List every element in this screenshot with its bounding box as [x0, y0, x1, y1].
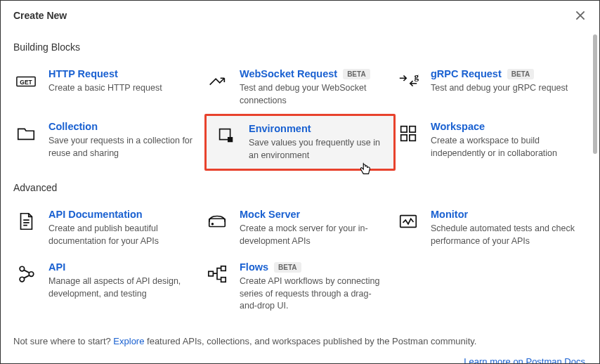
svg-rect-11 — [400, 216, 417, 228]
environment-icon — [214, 123, 239, 148]
section-advanced-title: Advanced — [13, 182, 587, 193]
svg-rect-7 — [401, 135, 407, 141]
building-blocks-grid: GET HTTP Request Create a basic HTTP req… — [13, 61, 587, 171]
footer-suffix: featured APIs, collections, and workspac… — [144, 336, 476, 346]
section-building-blocks-title: Building Blocks — [13, 41, 587, 53]
card-body: Workspace Create a workspace to build in… — [431, 121, 578, 164]
grid-icon — [396, 121, 421, 146]
card-api[interactable]: API Manage all aspects of API design, de… — [13, 254, 204, 320]
card-title: Flows — [240, 261, 268, 273]
card-grpc-request[interactable]: g gRPC Request BETA Test and debug your … — [396, 61, 587, 114]
card-desc: Schedule automated tests and check perfo… — [431, 223, 578, 247]
scrollbar-thumb[interactable] — [593, 34, 597, 154]
card-body: Flows BETA Create API workflows by conne… — [240, 261, 387, 313]
beta-badge: BETA — [507, 69, 534, 79]
card-mock-server[interactable]: Mock Server Create a mock server for you… — [204, 202, 396, 254]
card-collection[interactable]: Collection Save your requests in a colle… — [13, 114, 204, 171]
svg-point-13 — [20, 277, 25, 282]
svg-rect-5 — [401, 126, 407, 132]
card-body: API Documentation Create and publish bea… — [48, 209, 196, 247]
card-desc: Create API workflows by connecting serie… — [240, 275, 387, 313]
card-title: gRPC Request — [431, 68, 502, 79]
advanced-grid: API Documentation Create and publish bea… — [13, 202, 587, 320]
svg-point-14 — [29, 272, 34, 277]
card-body: Environment Save values you frequently u… — [249, 123, 385, 162]
card-title: Collection — [48, 121, 98, 132]
card-title: HTTP Request — [48, 68, 118, 79]
explore-link[interactable]: Explore — [113, 336, 144, 346]
card-desc: Create and publish beautiful documentati… — [48, 223, 196, 247]
svg-point-12 — [20, 266, 25, 271]
card-workspace[interactable]: Workspace Create a workspace to build in… — [396, 114, 587, 171]
card-desc: Create a basic HTTP request — [48, 82, 196, 95]
svg-rect-8 — [410, 135, 415, 141]
card-environment[interactable]: Environment Save values you frequently u… — [204, 114, 396, 171]
card-body: gRPC Request BETA Test and debug your gR… — [431, 68, 578, 107]
card-title: API Documentation — [48, 209, 143, 220]
server-icon — [204, 209, 230, 234]
card-body: WebSocket Request BETA Test and debug yo… — [240, 68, 387, 107]
svg-text:GET: GET — [20, 79, 32, 86]
footer-docs: Learn more on Postman Docs — [1, 353, 599, 364]
svg-rect-16 — [221, 266, 226, 271]
card-desc: Create a workspace to build independentl… — [431, 135, 578, 160]
api-icon — [13, 261, 39, 287]
card-monitor[interactable]: Monitor Schedule automated tests and che… — [396, 202, 587, 254]
document-icon — [13, 209, 39, 234]
svg-rect-17 — [221, 278, 226, 282]
card-websocket-request[interactable]: WebSocket Request BETA Test and debug yo… — [204, 61, 396, 114]
card-title: Environment — [249, 123, 311, 134]
card-body: API Manage all aspects of API design, de… — [48, 261, 196, 313]
card-desc: Save your requests in a collection for r… — [48, 135, 196, 160]
svg-rect-4 — [228, 138, 233, 142]
card-http-request[interactable]: GET HTTP Request Create a basic HTTP req… — [13, 61, 204, 114]
modal-title: Create New — [13, 10, 67, 21]
close-icon[interactable] — [574, 9, 587, 22]
beta-badge: BETA — [274, 262, 301, 273]
card-body: Monitor Schedule automated tests and che… — [431, 209, 578, 247]
card-flows[interactable]: Flows BETA Create API workflows by conne… — [204, 254, 396, 320]
footer-hint: Not sure where to start? Explore feature… — [1, 332, 599, 353]
card-title: Workspace — [431, 121, 485, 132]
monitor-icon — [396, 209, 421, 234]
card-body: Mock Server Create a mock server for you… — [240, 209, 387, 247]
svg-text:g: g — [414, 71, 419, 82]
card-desc: Create a mock server for your in-develop… — [240, 223, 387, 247]
card-desc: Test and debug your WebSocket connection… — [240, 82, 387, 107]
footer-prefix: Not sure where to start? — [13, 336, 113, 346]
docs-link[interactable]: Learn more on Postman Docs — [464, 356, 585, 364]
card-desc: Manage all aspects of API design, develo… — [48, 275, 196, 300]
card-body: Collection Save your requests in a colle… — [48, 121, 196, 164]
grpc-icon: g — [396, 68, 421, 93]
card-desc: Save values you frequently use in an env… — [249, 137, 385, 162]
card-api-documentation[interactable]: API Documentation Create and publish bea… — [13, 202, 204, 254]
get-icon: GET — [13, 68, 39, 93]
svg-rect-9 — [209, 219, 226, 226]
card-title: API — [48, 261, 65, 273]
websocket-icon — [204, 68, 230, 93]
svg-point-10 — [212, 223, 214, 225]
card-title: WebSocket Request — [240, 68, 337, 79]
folder-icon — [13, 121, 39, 146]
card-title: Monitor — [431, 209, 468, 220]
modal-header: Create New — [1, 1, 599, 30]
beta-badge: BETA — [343, 69, 370, 79]
svg-rect-6 — [410, 126, 415, 132]
card-title: Mock Server — [240, 209, 300, 220]
card-desc: Test and debug your gRPC request — [431, 82, 578, 95]
flows-icon — [204, 261, 230, 287]
modal-body: Building Blocks GET HTTP Request Create … — [1, 30, 599, 332]
svg-rect-15 — [209, 271, 214, 276]
card-body: HTTP Request Create a basic HTTP request — [48, 68, 196, 107]
